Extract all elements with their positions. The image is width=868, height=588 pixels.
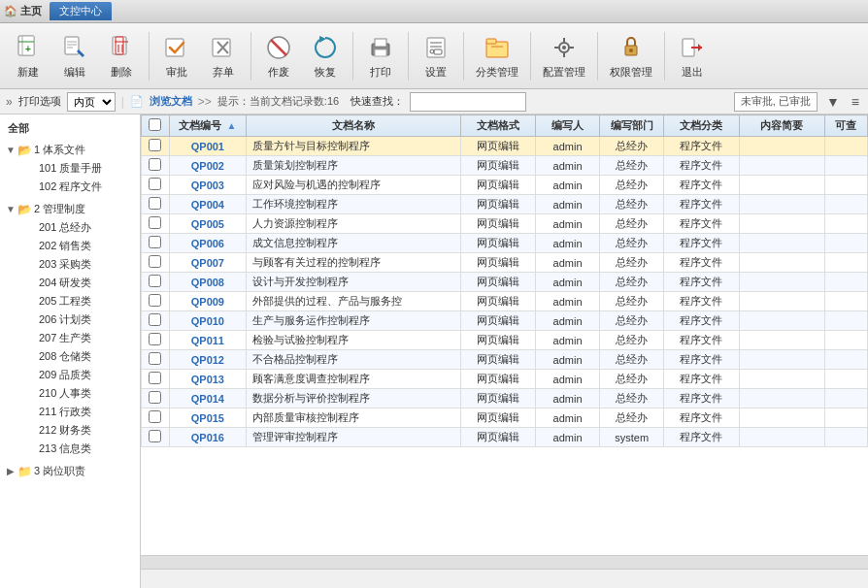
table-row[interactable]: QP004工作环境控制程序网页编辑admin总经办程序文件 [142,195,868,214]
row-checkbox-8[interactable] [142,292,170,311]
row-checkbox-input-9[interactable] [149,313,161,326]
col-header-8[interactable]: 可查 [824,115,867,137]
row-checkbox-input-3[interactable] [149,197,161,210]
table-row[interactable]: QP006成文信息控制程序网页编辑admin总经办程序文件 [142,234,868,253]
table-row[interactable]: QP011检验与试验控制程序网页编辑admin总经办程序文件 [142,331,868,350]
config-button[interactable]: 配置管理 [536,27,592,84]
tree-leaf-208[interactable]: 208 仓储类 [16,347,140,366]
abandon-button[interactable]: 弃单 [201,27,246,84]
collapse-icon[interactable]: ▼ [6,204,16,214]
col-header-5[interactable]: 编写部门 [600,115,664,137]
tree-node-label-1[interactable]: ▼📂1 体系文件 [0,141,140,159]
tree-root-label[interactable]: 全部 [0,118,140,139]
approve-button[interactable]: 审批 [154,27,199,84]
row-checkbox-input-13[interactable] [149,391,161,404]
row-checkbox-4[interactable] [142,214,170,234]
row-checkbox-0[interactable] [142,137,170,156]
table-row[interactable]: QP014数据分析与评价控制程序网页编辑admin总经办程序文件 [142,389,868,408]
row-checkbox-5[interactable] [142,234,170,253]
home-label[interactable]: 主页 [20,4,42,18]
table-row[interactable]: QP016管理评审控制程序网页编辑adminsystem程序文件 [142,428,868,447]
row-checkbox-2[interactable] [142,176,170,195]
filter-icon[interactable]: ▼ [823,93,843,111]
classify-button[interactable]: 分类管理 [469,27,525,84]
col-header-6[interactable]: 文档分类 [664,115,739,137]
table-row[interactable]: QP010生产与服务运作控制程序网页编辑admin总经办程序文件 [142,311,868,331]
row-checkbox-13[interactable] [142,389,170,408]
delete-button[interactable]: 删除 [99,27,144,84]
exit-button[interactable]: 退出 [670,27,715,84]
tree-leaf-203[interactable]: 203 采购类 [16,255,140,274]
search-input[interactable] [410,92,526,112]
tree-leaf-207[interactable]: 207 生产类 [16,329,140,347]
row-checkbox-1[interactable] [142,156,170,176]
table-row[interactable]: QP002质量策划控制程序网页编辑admin总经办程序文件 [142,156,868,176]
work-button[interactable]: 作废 [256,27,301,84]
new-button[interactable]: +新建 [6,27,50,84]
tree-node-label-3[interactable]: ▶📁3 岗位职责 [0,462,140,480]
tree-leaf-101[interactable]: 101 质量手册 [16,159,140,178]
table-row[interactable]: QP001质量方针与目标控制程序网页编辑admin总经办程序文件 [142,137,868,156]
tree-leaf-209[interactable]: 209 品质类 [16,366,140,384]
horizontal-scrollbar[interactable] [141,555,868,569]
row-checkbox-input-15[interactable] [149,430,161,442]
col-header-3[interactable]: 文档格式 [460,115,535,137]
settings-button[interactable]: 设置 [414,27,458,84]
table-row[interactable]: QP007与顾客有关过程的控制程序网页编辑admin总经办程序文件 [142,253,868,273]
print-option-select[interactable]: 内页 [67,92,116,112]
restore-button[interactable]: 恢复 [303,27,348,84]
row-checkbox-input-11[interactable] [149,352,161,365]
settings-icon[interactable]: ≡ [849,93,862,111]
edit-button[interactable]: 编辑 [52,27,97,84]
table-row[interactable]: QP013顾客满意度调查控制程序网页编辑admin总经办程序文件 [142,370,868,389]
row-checkbox-10[interactable] [142,331,170,350]
table-row[interactable]: QP015内部质量审核控制程序网页编辑admin总经办程序文件 [142,408,868,428]
row-checkbox-6[interactable] [142,253,170,273]
rights-button[interactable]: 权限管理 [603,27,659,84]
row-checkbox-input-5[interactable] [149,236,161,248]
row-checkbox-input-10[interactable] [149,333,161,345]
tree-leaf-210[interactable]: 210 人事类 [16,384,140,403]
col-header-2[interactable]: 文档名称 [247,115,461,137]
tree-leaf-212[interactable]: 212 财务类 [16,421,140,440]
row-checkbox-9[interactable] [142,311,170,331]
row-checkbox-7[interactable] [142,273,170,292]
tree-leaf-205[interactable]: 205 工程类 [16,292,140,310]
row-checkbox-3[interactable] [142,195,170,214]
print-button[interactable]: 打印 [358,27,403,84]
table-row[interactable]: QP008设计与开发控制程序网页编辑admin总经办程序文件 [142,273,868,292]
row-checkbox-input-4[interactable] [149,216,161,229]
table-row[interactable]: QP009外部提供的过程、产品与服务控网页编辑admin总经办程序文件 [142,292,868,311]
tree-leaf-211[interactable]: 211 行政类 [16,403,140,421]
expand-icon[interactable]: ▶ [6,466,16,476]
tree-leaf-213[interactable]: 213 信息类 [16,440,140,458]
row-checkbox-15[interactable] [142,428,170,447]
row-checkbox-input-1[interactable] [149,158,161,171]
row-checkbox-12[interactable] [142,370,170,389]
table-row[interactable]: QP003应对风险与机遇的控制程序网页编辑admin总经办程序文件 [142,176,868,195]
active-tab[interactable]: 文控中心 [50,2,112,20]
table-row[interactable]: QP012不合格品控制程序网页编辑admin总经办程序文件 [142,350,868,370]
row-checkbox-input-14[interactable] [149,410,161,423]
row-checkbox-14[interactable] [142,408,170,428]
row-checkbox-input-2[interactable] [149,178,161,190]
row-checkbox-input-12[interactable] [149,372,161,384]
row-checkbox-input-7[interactable] [149,275,161,287]
row-checkbox-input-6[interactable] [149,255,161,268]
col-header-1[interactable]: 文档编号 ▲ [169,115,246,137]
col-header-4[interactable]: 编写人 [535,115,599,137]
tree-leaf-201[interactable]: 201 总经办 [16,218,140,237]
tree-leaf-102[interactable]: 102 程序文件 [16,178,140,196]
home-icon[interactable]: 🏠 [4,5,17,17]
select-all-checkbox[interactable] [149,118,161,131]
tree-node-label-2[interactable]: ▼📂2 管理制度 [0,200,140,218]
row-checkbox-11[interactable] [142,350,170,370]
row-checkbox-input-0[interactable] [149,139,161,151]
row-checkbox-input-8[interactable] [149,294,161,307]
tree-leaf-202[interactable]: 202 销售类 [16,237,140,255]
tree-leaf-206[interactable]: 206 计划类 [16,310,140,329]
table-row[interactable]: QP005人力资源控制程序网页编辑admin总经办程序文件 [142,214,868,234]
tree-leaf-204[interactable]: 204 研发类 [16,274,140,292]
collapse-icon[interactable]: ▼ [6,145,16,155]
table-scroll[interactable]: 文档编号 ▲文档名称文档格式编写人编写部门文档分类内容简要可查QP001质量方针… [141,114,868,555]
